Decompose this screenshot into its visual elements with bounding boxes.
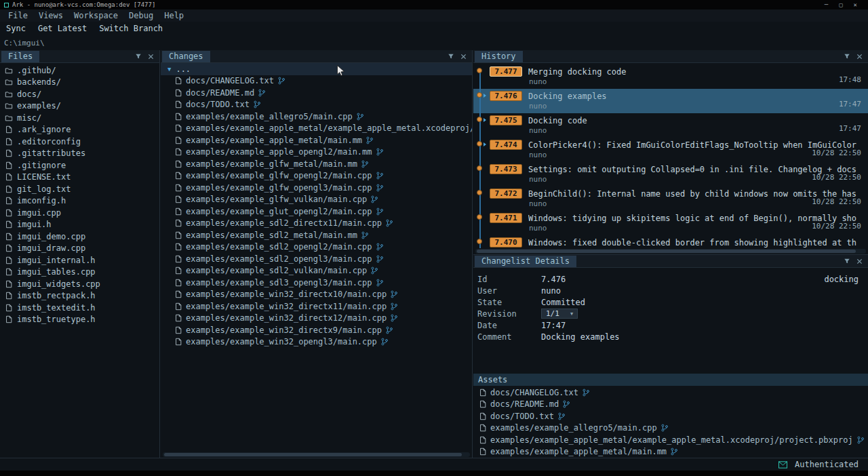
file-tree-item[interactable]: imgui_widgets.cpp	[0, 278, 159, 290]
changed-file-row[interactable]: examples/example_win32_opengl3/main.cpp	[161, 336, 472, 349]
toolbar-sync-button[interactable]: Sync	[0, 24, 32, 33]
filter-icon[interactable]	[448, 53, 454, 60]
file-tree-item[interactable]: imstb_textedit.h	[0, 302, 159, 314]
history-commit-row[interactable]: 7.473Settings: omit outputing Collapsed=…	[473, 162, 868, 186]
file-tree-item[interactable]: imgui_demo.cpp	[0, 231, 159, 243]
file-tree-item[interactable]: imstb_rectpack.h	[0, 290, 159, 302]
file-tree-item[interactable]: imgui_tables.cpp	[0, 266, 159, 279]
history-commit-row[interactable]: 7.475Docking codenuno17:47	[473, 113, 868, 138]
assets-header[interactable]: Assets	[473, 374, 868, 386]
asset-row[interactable]: docs/TODO.txt	[473, 410, 868, 422]
changes-list: ▼...docs/CHANGELOG.txtdocs/README.mddocs…	[161, 63, 472, 452]
changed-file-row[interactable]: examples/example_apple_opengl2/main.mm	[161, 146, 472, 159]
file-name: imgui_demo.cpp	[17, 232, 85, 241]
file-tree-item[interactable]: LICENSE.txt	[0, 172, 159, 184]
menu-help[interactable]: Help	[159, 11, 189, 20]
changed-file-row[interactable]: examples/example_sdl2_opengl3/main.cpp	[161, 253, 472, 265]
history-commit-row[interactable]: 7.474ColorPicker4(): Fixed ImGuiColorEdi…	[473, 138, 868, 162]
details-panel-title[interactable]: Changelist Details	[475, 256, 576, 267]
file-tree-item[interactable]: imgui.cpp	[0, 207, 159, 219]
menu-debug[interactable]: Debug	[123, 11, 159, 20]
close-icon[interactable]	[856, 258, 863, 264]
changed-file-row[interactable]: examples/example_sdl2_metal/main.mm	[161, 229, 472, 241]
files-panel-title[interactable]: Files	[1, 51, 39, 62]
file-tree-item[interactable]: imstb_truetype.h	[0, 314, 159, 326]
file-icon	[479, 436, 487, 444]
history-commit-row[interactable]: 7.477Merging docking codenuno17:48	[473, 64, 868, 89]
commit-message: Docking code	[528, 116, 587, 125]
field-label: Date	[477, 321, 541, 330]
collapse-caret-icon[interactable]: ▼	[167, 66, 171, 73]
file-tree-item[interactable]: .gitignore	[0, 159, 159, 172]
changed-file-row[interactable]: examples/example_sdl2_directx11/main.cpp	[161, 218, 472, 230]
file-tree-item[interactable]: .gitattributes	[0, 148, 159, 160]
filter-icon[interactable]	[135, 53, 142, 60]
minimize-button[interactable]: ─	[825, 1, 828, 8]
scrollbar-thumb[interactable]	[164, 453, 462, 456]
scrollbar-thumb[interactable]	[477, 250, 856, 253]
changed-file-row[interactable]: examples/example_glfw_vulkan/main.cpp	[161, 194, 472, 206]
file-tree-item[interactable]: imgui_draw.cpp	[0, 243, 159, 255]
branch-icon	[660, 424, 669, 432]
changed-file-row[interactable]: examples/example_sdl3_opengl3/main.cpp	[161, 277, 472, 289]
changes-root-row[interactable]: ▼...	[161, 63, 472, 75]
changed-file-row[interactable]: examples/example_sdl2_opengl2/main.cpp	[161, 241, 472, 254]
file-tree-item[interactable]: backends/	[0, 77, 159, 89]
file-tree-item[interactable]: .editorconfig	[0, 136, 159, 148]
filter-icon[interactable]	[844, 53, 850, 60]
changed-file-row[interactable]: examples/example_win32_directx10/main.cp…	[161, 289, 472, 301]
changed-file-row[interactable]: docs/CHANGELOG.txt	[161, 75, 472, 87]
file-tree-item[interactable]: examples/	[0, 100, 159, 113]
horizontal-scrollbar[interactable]	[475, 249, 866, 254]
file-tree-item[interactable]: .github/	[0, 64, 159, 77]
file-tree-item[interactable]: imconfig.h	[0, 195, 159, 207]
changed-file-row[interactable]: examples/example_apple_metal/main.mm	[161, 134, 472, 146]
changed-file-row[interactable]: examples/example_win32_directx11/main.cp…	[161, 300, 472, 313]
asset-row[interactable]: docs/README.md	[473, 399, 868, 411]
toolbar-switch-branch-button[interactable]: Switch Branch	[93, 24, 169, 33]
asset-row[interactable]: docs/CHANGELOG.txt	[473, 386, 868, 399]
file-tree-item[interactable]: git_log.txt	[0, 183, 159, 195]
changed-file-row[interactable]: examples/example_sdl2_vulkan/main.cpp	[161, 265, 472, 277]
history-commit-row[interactable]: 7.476Docking examplesnuno17:47	[473, 89, 868, 113]
history-commit-row[interactable]: 7.472BeginChild(): Internal name used by…	[473, 186, 868, 211]
file-tree-item[interactable]: .ark_ignore	[0, 124, 159, 136]
changed-file-row[interactable]: docs/README.md	[161, 87, 472, 99]
file-tree-item[interactable]: docs/	[0, 88, 159, 100]
changed-file-row[interactable]: examples/example_apple_metal/example_app…	[161, 123, 472, 135]
close-icon[interactable]	[148, 54, 154, 60]
file-icon	[479, 389, 487, 397]
horizontal-scrollbar[interactable]	[163, 452, 470, 457]
asset-row[interactable]: examples/example_allegro5/main.cpp	[473, 422, 868, 435]
revision-dropdown[interactable]: 1/1▼	[541, 309, 578, 319]
history-panel-title[interactable]: History	[475, 51, 523, 62]
history-commit-row[interactable]: 7.471Windows: tidying up skipitems logic…	[473, 211, 868, 235]
changed-file-row[interactable]: examples/example_glfw_opengl2/main.cpp	[161, 170, 472, 182]
file-icon	[174, 255, 182, 263]
maximize-button[interactable]: ▢	[839, 1, 842, 8]
file-tree-item[interactable]: imgui_internal.h	[0, 254, 159, 266]
asset-row[interactable]: examples/example_apple_metal/example_app…	[473, 434, 868, 446]
changed-file-row[interactable]: docs/TODO.txt	[161, 99, 472, 111]
filter-icon[interactable]	[844, 258, 850, 264]
changed-file-row[interactable]: examples/example_win32_directx9/main.cpp	[161, 324, 472, 336]
file-tree-item[interactable]: imgui.h	[0, 219, 159, 231]
changed-file-row[interactable]: examples/example_glut_opengl2/main.cpp	[161, 205, 472, 218]
files-panel: Files .github/backends/docs/examples/mis…	[0, 50, 160, 458]
changed-file-row[interactable]: examples/example_allegro5/main.cpp	[161, 111, 472, 123]
changed-file-row[interactable]: examples/example_win32_directx12/main.cp…	[161, 313, 472, 325]
menu-file[interactable]: File	[3, 11, 33, 20]
close-icon[interactable]	[460, 54, 467, 60]
asset-row[interactable]: examples/example_apple_metal/main.mm	[473, 446, 868, 458]
close-icon[interactable]	[856, 54, 863, 60]
history-commit-row[interactable]: 7.470Windows: fixed double-clicked borde…	[473, 235, 868, 248]
changed-file-row[interactable]: examples/example_glfw_metal/main.mm	[161, 158, 472, 170]
changed-file-row[interactable]: examples/example_glfw_opengl3/main.cpp	[161, 182, 472, 194]
menu-views[interactable]: Views	[33, 11, 68, 20]
menu-workspace[interactable]: Workspace	[68, 11, 123, 20]
toolbar-get-latest-button[interactable]: Get Latest	[32, 24, 93, 33]
changelist-details-panel: Changelist Details Id7.476dockingUsernun…	[473, 255, 868, 458]
close-button[interactable]: ✕	[854, 1, 857, 8]
file-tree-item[interactable]: misc/	[0, 112, 159, 124]
changes-panel-title[interactable]: Changes	[162, 51, 210, 62]
